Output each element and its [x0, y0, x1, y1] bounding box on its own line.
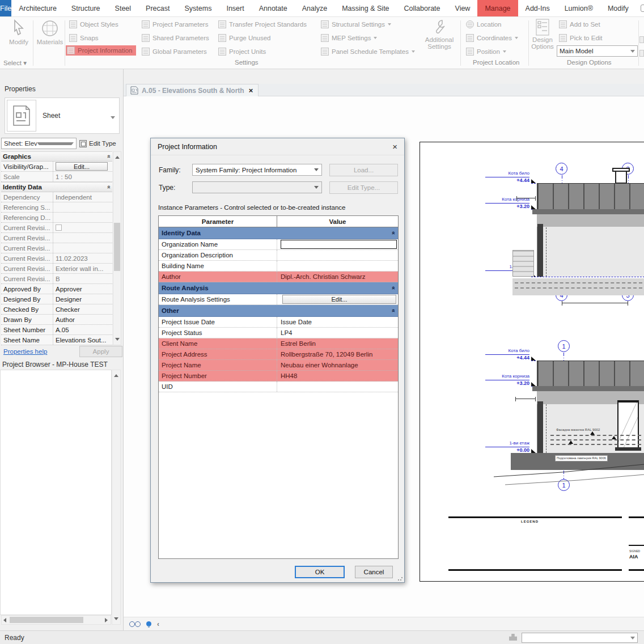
- tab-annotate[interactable]: Annotate: [252, 0, 295, 16]
- property-row[interactable]: Visibility/Grap...Edit...: [1, 162, 112, 172]
- shared-parameters-button[interactable]: Shared Parameters: [142, 33, 209, 43]
- tab-structure[interactable]: Structure: [64, 0, 108, 16]
- close-icon[interactable]: ×: [249, 86, 253, 95]
- tab-file[interactable]: File: [0, 0, 11, 16]
- instance-selector-dropdown[interactable]: Sheet: Elevations Sou: [1, 138, 77, 149]
- parameter-row-highlighted[interactable]: Client NameEstrel Berlin: [159, 338, 398, 349]
- parameter-row[interactable]: Project Issue DateIssue Date: [159, 317, 398, 328]
- property-row[interactable]: Current Revisi...11.02.2023: [1, 253, 112, 264]
- property-row[interactable]: Current Revisi...B: [1, 274, 112, 284]
- select-panel-label[interactable]: Select ▾: [3, 59, 27, 67]
- property-row[interactable]: Current Revisi...Exterior wall in...: [1, 264, 112, 274]
- property-row[interactable]: Approved ByApprover: [1, 284, 112, 294]
- edit-type-button[interactable]: Edit Type...: [329, 181, 398, 194]
- cancel-button[interactable]: Cancel: [355, 566, 393, 578]
- load-button[interactable]: Load...: [329, 164, 398, 176]
- parameter-row-highlighted[interactable]: Project AddressRollbergstraße 70, 12049 …: [159, 349, 398, 360]
- dialog-title-bar[interactable]: Project Information ×: [151, 138, 404, 155]
- tab-analyze[interactable]: Analyze: [295, 0, 334, 16]
- panel-schedule-templates-button[interactable]: Panel Schedule Templates: [321, 46, 415, 57]
- view-tab[interactable]: A.05 - Elevations South & North ×: [126, 84, 259, 96]
- properties-help-link[interactable]: Properties help: [3, 348, 47, 355]
- tab-steel[interactable]: Steel: [108, 0, 139, 16]
- materials-button[interactable]: Materials: [36, 19, 63, 45]
- parameter-row-highlighted[interactable]: Project NumberHH48: [159, 371, 398, 382]
- property-row[interactable]: Scale1 : 50: [1, 172, 112, 182]
- parameter-row[interactable]: Building Name: [159, 261, 398, 272]
- scroll-down-icon[interactable]: [114, 617, 118, 622]
- design-options-button[interactable]: Design Options: [529, 18, 556, 50]
- project-browser-vscrollbar[interactable]: [112, 370, 121, 625]
- level-label[interactable]: Кота било+4.44: [485, 171, 529, 184]
- tab-massing-site[interactable]: Massing & Site: [334, 0, 396, 16]
- purge-unused-button[interactable]: Purge Unused: [218, 33, 271, 43]
- ok-button[interactable]: OK: [295, 566, 345, 578]
- parameter-row[interactable]: Route Analysis SettingsEdit...: [159, 294, 398, 305]
- tab-systems[interactable]: Systems: [177, 0, 219, 16]
- transfer-project-standards-button[interactable]: Transfer Project Standards: [218, 19, 307, 29]
- tab-manage[interactable]: Manage: [477, 0, 518, 16]
- property-row[interactable]: DependencyIndependent: [1, 192, 112, 202]
- modify-button[interactable]: Modify: [6, 19, 32, 45]
- tab-collaborate[interactable]: Collaborate: [397, 0, 448, 16]
- value-column-header[interactable]: Value: [277, 216, 398, 227]
- object-styles-button[interactable]: Object Styles: [69, 19, 118, 29]
- tab-modify[interactable]: Modify: [600, 0, 636, 16]
- position-button[interactable]: Position: [466, 46, 506, 57]
- property-row[interactable]: Sheet NumberA.05: [1, 325, 112, 335]
- parameter-row[interactable]: Organization Description: [159, 250, 398, 261]
- scroll-up-icon[interactable]: [114, 372, 118, 377]
- property-row[interactable]: Drawn ByAuthor: [1, 315, 112, 325]
- property-row[interactable]: Current Revisi...: [1, 223, 112, 233]
- type-dropdown[interactable]: [192, 181, 322, 193]
- property-row[interactable]: Referencing D...: [1, 213, 112, 223]
- property-row[interactable]: Designed ByDesigner: [1, 294, 112, 304]
- active-design-option-dropdown[interactable]: Main Model: [557, 45, 638, 57]
- tab-add-ins[interactable]: Add-Ins: [518, 0, 557, 16]
- add-to-set-button[interactable]: Add to Set: [559, 19, 600, 29]
- location-button[interactable]: Location: [466, 19, 501, 29]
- property-row[interactable]: Current Revisi...: [1, 243, 112, 253]
- scroll-up-icon[interactable]: [115, 154, 120, 159]
- dimension-line[interactable]: [562, 303, 628, 303]
- worksets-icon[interactable]: [509, 634, 517, 641]
- resize-grip[interactable]: [397, 575, 403, 581]
- group-graphics[interactable]: Graphics»: [1, 151, 112, 162]
- edit-type-button[interactable]: Edit Type: [79, 138, 122, 149]
- properties-scrollbar[interactable]: [113, 151, 121, 345]
- dimension-line[interactable]: [516, 198, 536, 198]
- route-analysis-edit-button[interactable]: Edit...: [282, 295, 396, 304]
- scroll-down-icon[interactable]: [115, 338, 120, 343]
- global-parameters-button[interactable]: Global Parameters: [142, 46, 207, 57]
- group-identity-data[interactable]: Identity Data»: [1, 182, 112, 192]
- parameter-column-header[interactable]: Parameter: [159, 216, 277, 227]
- level-label[interactable]: Кота било+4.44: [485, 348, 529, 361]
- tab-insert[interactable]: Insert: [219, 0, 251, 16]
- scrollbar-thumb[interactable]: [114, 223, 120, 271]
- project-browser-tree[interactable]: [0, 370, 112, 615]
- property-row[interactable]: Checked ByChecker: [1, 304, 112, 315]
- structural-settings-button[interactable]: Structural Settings: [321, 19, 391, 29]
- collapse-left-icon[interactable]: ‹: [157, 620, 159, 628]
- grid-bubble[interactable]: 4: [556, 163, 567, 175]
- tab-view[interactable]: View: [448, 0, 478, 16]
- tab-precast[interactable]: Precast: [138, 0, 177, 16]
- parameter-row[interactable]: Organization Name: [159, 239, 398, 250]
- parameter-row-highlighted[interactable]: AuthorDipl.-Arch. Christian Schwarz: [159, 272, 398, 282]
- level-label[interactable]: Кота корниза+3.20: [485, 374, 529, 387]
- property-row[interactable]: Current Revisi...: [1, 233, 112, 243]
- dimension-line[interactable]: [515, 399, 536, 399]
- additional-settings-button[interactable]: Additional Settings: [422, 18, 457, 50]
- visibility-edit-button[interactable]: Edit...: [56, 162, 108, 171]
- apply-button[interactable]: Apply: [79, 346, 122, 357]
- level-line[interactable]: [531, 277, 644, 277]
- temporary-hide-lightbulb-icon[interactable]: [146, 621, 151, 626]
- mep-settings-button[interactable]: MEP Settings: [321, 33, 377, 43]
- workset-dropdown[interactable]: [522, 633, 638, 643]
- group-identity-data[interactable]: Identity Data»: [159, 227, 398, 239]
- pick-to-edit-button[interactable]: Pick to Edit: [559, 33, 603, 43]
- close-icon[interactable]: ×: [392, 142, 397, 151]
- grid-bubble[interactable]: 1: [558, 340, 570, 352]
- group-route-analysis[interactable]: Route Analysis»: [159, 282, 398, 294]
- group-other[interactable]: Other»: [159, 305, 398, 317]
